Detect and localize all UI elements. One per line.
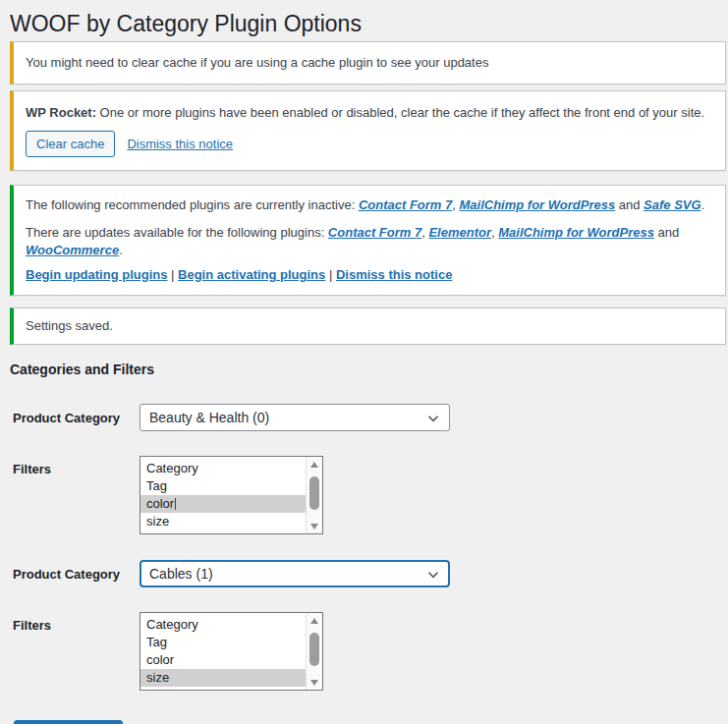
plugin-options-page: WOOF by Category Plugin Options You migh… bbox=[0, 0, 728, 724]
separator: and bbox=[654, 225, 679, 240]
scroll-up-icon[interactable] bbox=[307, 613, 322, 628]
plugin-link-contact-form-7[interactable]: Contact Form 7 bbox=[359, 197, 452, 212]
separator: | bbox=[167, 267, 178, 282]
scroll-down-icon[interactable] bbox=[307, 519, 322, 533]
product-category-value-1: Beauty & Health (0) bbox=[149, 410, 269, 425]
period: . bbox=[119, 243, 123, 257]
updates-plugins-prefix: There are updates available for the foll… bbox=[26, 225, 328, 240]
scroll-down-icon[interactable] bbox=[307, 675, 322, 690]
filter-option-tag[interactable]: Tag bbox=[140, 634, 306, 651]
form-row-category-1: Product Category Beauty & Health (0) bbox=[13, 404, 728, 431]
form-row-filters-2: Filters Category Tag color size bbox=[13, 612, 728, 691]
scrollbar-thumb[interactable] bbox=[309, 476, 319, 510]
plugin-link-mailchimp[interactable]: MailChimp for WordPress bbox=[459, 197, 615, 212]
product-category-select-1[interactable]: Beauty & Health (0) bbox=[140, 404, 450, 431]
update-link-elementor[interactable]: Elementor bbox=[428, 225, 491, 240]
page-title: WOOF by Category Plugin Options bbox=[0, 0, 728, 38]
filters-options-1: Category Tag color size bbox=[140, 457, 306, 533]
update-link-contact-form-7[interactable]: Contact Form 7 bbox=[328, 225, 421, 240]
filters-options-2: Category Tag color size bbox=[140, 613, 306, 690]
save-changes-button[interactable]: Save Changes bbox=[14, 720, 123, 724]
plugins-actions-line: Begin updating plugins | Begin activatin… bbox=[26, 266, 713, 284]
filter-option-color[interactable]: color bbox=[140, 495, 306, 513]
clear-cache-button[interactable]: Clear cache bbox=[26, 131, 115, 157]
wp-rocket-message: WP Rocket: One or more plugins have been… bbox=[26, 104, 713, 122]
categories-filters-form: Product Category Beauty & Health (0) Fil… bbox=[13, 404, 728, 724]
scrollbar-track[interactable] bbox=[307, 472, 322, 519]
filter-option-category[interactable]: Category bbox=[140, 616, 306, 634]
chevron-down-icon bbox=[424, 410, 442, 430]
inactive-plugins-prefix: The following recommended plugins are cu… bbox=[26, 197, 359, 212]
notice-clear-cache: You might need to clear cache if you are… bbox=[10, 41, 726, 84]
settings-saved-text: Settings saved. bbox=[26, 317, 713, 335]
product-category-select-2[interactable]: Cables (1) bbox=[140, 560, 450, 587]
plugins-dismiss-link[interactable]: Dismiss this notice bbox=[336, 267, 452, 282]
scrollbar-track[interactable] bbox=[307, 628, 322, 675]
filter-option-color[interactable]: color bbox=[140, 651, 306, 669]
text-cursor-pointer bbox=[175, 498, 176, 510]
plugin-link-safe-svg[interactable]: Safe SVG bbox=[644, 197, 701, 212]
filter-option-size[interactable]: size bbox=[140, 669, 306, 687]
section-title: Categories and Filters bbox=[10, 361, 728, 378]
notice-settings-saved: Settings saved. bbox=[10, 307, 726, 345]
update-link-woocommerce[interactable]: WooCommerce bbox=[26, 243, 119, 257]
product-category-label-1: Product Category bbox=[13, 411, 140, 425]
filter-option-tag[interactable]: Tag bbox=[140, 477, 306, 495]
notice-wp-rocket: WP Rocket: One or more plugins have been… bbox=[10, 90, 726, 171]
updates-plugins-line: There are updates available for the foll… bbox=[26, 224, 713, 259]
separator: | bbox=[325, 267, 336, 282]
scrollbar-thumb[interactable] bbox=[309, 633, 319, 666]
period: . bbox=[701, 197, 705, 212]
notice-recommended-plugins: The following recommended plugins are cu… bbox=[10, 185, 726, 296]
begin-updating-plugins-link[interactable]: Begin updating plugins bbox=[26, 267, 167, 282]
inactive-plugins-line: The following recommended plugins are cu… bbox=[26, 196, 713, 214]
update-link-mailchimp[interactable]: MailChimp for WordPress bbox=[498, 225, 654, 240]
notice-clear-cache-text: You might need to clear cache if you are… bbox=[26, 54, 713, 72]
separator: and bbox=[615, 197, 644, 212]
scroll-up-icon[interactable] bbox=[307, 457, 322, 472]
filters-listbox-1[interactable]: Category Tag color size bbox=[140, 456, 323, 534]
filters-label-1: Filters bbox=[13, 456, 140, 476]
filters-listbox-2[interactable]: Category Tag color size bbox=[140, 612, 323, 691]
wp-rocket-dismiss-link[interactable]: Dismiss this notice bbox=[127, 137, 233, 151]
filter-option-size[interactable]: size bbox=[140, 513, 306, 530]
wp-rocket-label: WP Rocket: bbox=[26, 105, 96, 120]
filter-option-category[interactable]: Category bbox=[140, 460, 306, 477]
form-row-filters-1: Filters Category Tag color size bbox=[13, 456, 728, 534]
wp-rocket-text: One or more plugins have been enabled or… bbox=[96, 105, 704, 120]
listbox-scrollbar-1[interactable] bbox=[306, 457, 322, 533]
filters-label-2: Filters bbox=[13, 612, 140, 633]
product-category-label-2: Product Category bbox=[13, 567, 140, 582]
product-category-value-2: Cables (1) bbox=[149, 566, 213, 582]
chevron-down-icon bbox=[424, 566, 442, 586]
wp-rocket-actions: Clear cache Dismiss this notice bbox=[26, 131, 713, 157]
begin-activating-plugins-link[interactable]: Begin activating plugins bbox=[178, 267, 325, 282]
form-row-category-2: Product Category Cables (1) bbox=[13, 560, 728, 587]
listbox-scrollbar-2[interactable] bbox=[306, 613, 322, 690]
